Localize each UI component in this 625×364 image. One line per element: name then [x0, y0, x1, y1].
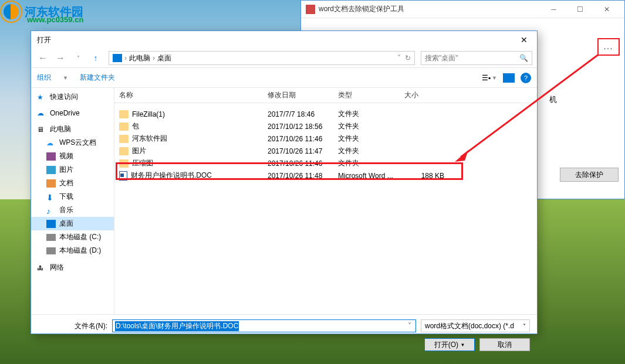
sidebar-desktop[interactable]: 桌面: [31, 217, 114, 230]
sidebar-pictures[interactable]: 图片: [31, 163, 114, 176]
cancel-button[interactable]: 取消: [479, 338, 530, 351]
breadcrumb-dropdown-icon[interactable]: ˅: [397, 54, 401, 62]
file-date: 2017/10/26 11:47: [268, 147, 338, 155]
documents-icon: [46, 179, 56, 188]
header-name[interactable]: 名称: [119, 90, 268, 100]
tool-title: word文档去除锁定保护工具: [319, 4, 540, 14]
file-name: FileZilla(1): [132, 110, 165, 118]
close-button[interactable]: ✕: [593, 1, 620, 18]
open-button[interactable]: 打开(O) ▼: [424, 338, 475, 351]
nav-up-button[interactable]: ↑: [89, 51, 103, 65]
file-name: 包: [132, 121, 139, 131]
pictures-icon: [46, 166, 56, 174]
folder-icon: [119, 147, 129, 155]
pc-icon: [113, 54, 122, 62]
file-size: 188 KB: [404, 172, 451, 180]
desktop-icon: [46, 220, 56, 228]
folder-icon: [119, 159, 129, 168]
sidebar-this-pc[interactable]: 此电脑: [31, 123, 114, 136]
search-box[interactable]: 🔍: [421, 51, 532, 65]
pc-icon: [37, 125, 46, 134]
file-name: 图片: [132, 146, 146, 156]
file-list: 名称 修改日期 类型 大小 FileZilla(1)2017/7/7 18:46…: [114, 88, 537, 314]
header-date[interactable]: 修改日期: [268, 90, 338, 100]
list-item[interactable]: 河东软件园2017/10/26 11:46文件夹: [114, 132, 537, 145]
sidebar-video[interactable]: 视频: [31, 149, 114, 163]
filename-label: 文件名(N):: [38, 321, 107, 331]
nav-recent-dropdown[interactable]: ˅: [71, 51, 85, 65]
search-icon[interactable]: 🔍: [519, 54, 528, 62]
site-logo-icon: [0, 1, 22, 23]
list-item[interactable]: FileZilla(1)2017/7/7 18:46文件夹: [114, 108, 537, 120]
sidebar-network[interactable]: 网络: [31, 261, 114, 274]
maximize-button[interactable]: ☐: [567, 1, 593, 18]
organize-menu[interactable]: 组织: [37, 73, 51, 83]
tool-side-label: 机: [549, 94, 557, 105]
file-type: 文件夹: [338, 146, 404, 156]
site-url: www.pc0359.cn: [27, 15, 83, 24]
nav-back-button[interactable]: ←: [36, 51, 50, 65]
navigation-sidebar: 快速访问 OneDrive 此电脑 WPS云文档 视频 图片 文档 下载 音乐 …: [31, 88, 114, 314]
breadcrumb[interactable]: › 此电脑 › 桌面 ˅ ↻: [109, 51, 415, 65]
file-type: 文件夹: [338, 158, 404, 168]
tool-app-icon: [306, 5, 315, 14]
browse-button[interactable]: ...: [597, 38, 620, 56]
network-icon: [37, 264, 46, 272]
sidebar-disk-d[interactable]: 本地磁盘 (D:): [31, 244, 114, 257]
list-item[interactable]: 财务用户操作说明书.DOC2017/10/26 11:48Microsoft W…: [114, 169, 537, 182]
file-name: 财务用户操作说明书.DOC: [131, 171, 212, 181]
file-name: 压缩图: [132, 158, 153, 168]
breadcrumb-pc[interactable]: 此电脑: [129, 53, 150, 63]
folder-icon: [119, 123, 129, 131]
view-options-button[interactable]: ☰▪▼: [482, 74, 497, 82]
folder-icon: [119, 135, 129, 143]
list-item[interactable]: 包2017/10/12 18:56文件夹: [114, 120, 537, 132]
sidebar-quick-access[interactable]: 快速访问: [31, 90, 114, 104]
folder-icon: [119, 110, 129, 118]
filetype-filter[interactable]: word格式文档(doc,docx) (*.d˅: [421, 319, 530, 332]
preview-pane-button[interactable]: [503, 73, 515, 83]
filename-input[interactable]: D:\tools\桌面\财务用户操作说明书.DOC ˅: [112, 319, 416, 332]
sidebar-downloads[interactable]: 下载: [31, 190, 114, 203]
header-size[interactable]: 大小: [404, 90, 451, 100]
wps-cloud-icon: [46, 139, 56, 147]
header-type[interactable]: 类型: [338, 90, 404, 100]
music-icon: [46, 206, 56, 215]
file-date: 2017/10/26 11:46: [268, 135, 338, 143]
help-button[interactable]: ?: [521, 73, 531, 83]
tool-titlebar[interactable]: word文档去除锁定保护工具 ─ ☐ ✕: [301, 1, 624, 18]
file-date: 2017/10/26 11:48: [268, 172, 338, 180]
download-icon: [46, 193, 56, 201]
sidebar-disk-c[interactable]: 本地磁盘 (C:): [31, 230, 114, 244]
sidebar-music[interactable]: 音乐: [31, 203, 114, 217]
search-input[interactable]: [425, 54, 519, 62]
file-type: 文件夹: [338, 121, 404, 131]
sidebar-documents[interactable]: 文档: [31, 176, 114, 190]
sidebar-onedrive[interactable]: OneDrive: [31, 107, 114, 119]
breadcrumb-refresh-icon[interactable]: ↻: [405, 54, 411, 62]
video-icon: [46, 152, 56, 161]
file-type: 文件夹: [338, 109, 404, 119]
new-folder-button[interactable]: 新建文件夹: [80, 73, 115, 83]
sidebar-wps[interactable]: WPS云文档: [31, 136, 114, 149]
remove-protection-button[interactable]: 去除保护: [560, 168, 619, 182]
file-date: 2017/7/7 18:46: [268, 110, 338, 118]
list-item[interactable]: 压缩图2017/10/26 11:46文件夹: [114, 157, 537, 169]
list-item[interactable]: 图片2017/10/26 11:47文件夹: [114, 145, 537, 157]
cloud-icon: [37, 109, 46, 117]
file-name: 河东软件园: [132, 134, 167, 144]
dialog-toolbar: 组织▼ 新建文件夹 ☰▪▼ ?: [31, 68, 537, 88]
minimize-button[interactable]: ─: [540, 1, 567, 18]
disk-icon: [46, 247, 56, 254]
dialog-title: 打开: [37, 35, 517, 45]
breadcrumb-desktop[interactable]: 桌面: [157, 53, 171, 63]
file-date: 2017/10/12 18:56: [268, 123, 338, 131]
word-doc-icon: [119, 171, 127, 181]
nav-forward-button[interactable]: →: [53, 51, 67, 65]
dialog-footer: 文件名(N): D:\tools\桌面\财务用户操作说明书.DOC ˅ word…: [31, 314, 537, 352]
file-open-dialog: 打开 ✕ ← → ˅ ↑ › 此电脑 › 桌面 ˅ ↻ 🔍 组织▼ 新建文件夹 …: [31, 30, 538, 334]
disk-icon: [46, 234, 56, 241]
star-icon: [37, 93, 46, 101]
dialog-close-button[interactable]: ✕: [517, 33, 531, 47]
dialog-titlebar[interactable]: 打开 ✕: [31, 31, 537, 49]
